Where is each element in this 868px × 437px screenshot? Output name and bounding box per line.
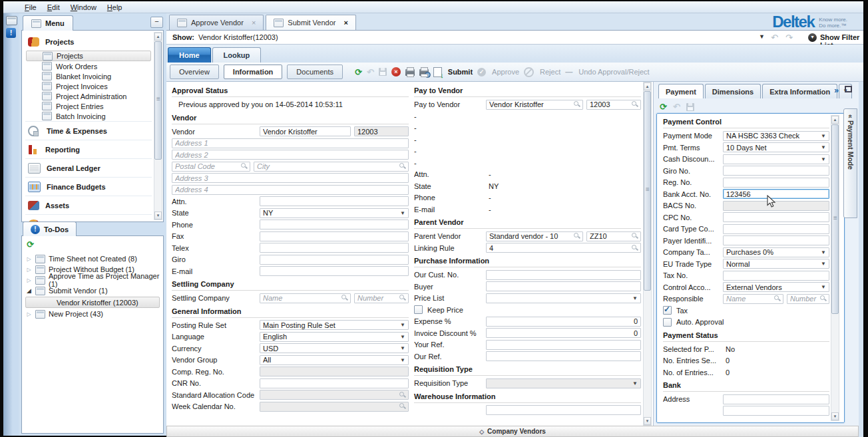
scroll-down-icon[interactable]: ▼ <box>831 412 839 420</box>
show-value[interactable]: Vendor Kristoffer(12003) <box>198 33 278 41</box>
tab-menu[interactable]: Menu <box>23 15 73 31</box>
refresh-icon[interactable]: ⟳ <box>355 68 362 76</box>
card-type-co-input[interactable] <box>723 224 829 234</box>
menu-scrollbar[interactable]: ▲ ▼ <box>154 32 162 220</box>
e-mail-input[interactable] <box>260 266 409 276</box>
expand-arrow-icon[interactable]: ▷ <box>26 277 32 283</box>
todo-child-vendor-kristoffer-12003[interactable]: Vendor Kristoffer (12003) <box>25 297 160 308</box>
undo-icon[interactable]: ↶ <box>367 68 374 76</box>
menu-group-assets[interactable]: Assets <box>25 196 152 214</box>
buyer-input[interactable] <box>486 281 641 291</box>
state-select[interactable]: NY▼ <box>260 208 409 218</box>
save-icon[interactable] <box>686 103 694 111</box>
our-ref-input[interactable] <box>486 351 641 361</box>
cnr-no-input[interactable] <box>260 378 409 388</box>
expand-panel-icon[interactable]: » <box>834 86 839 95</box>
menu-help[interactable]: Help <box>102 3 128 12</box>
fax-input[interactable] <box>260 231 409 241</box>
menu-item-work-orders[interactable]: Work Orders <box>26 61 151 71</box>
menu-group-time-expenses[interactable]: Time & Expenses <box>25 121 152 140</box>
menu-item-blanket-invoicing[interactable]: Blanket Invoicing <box>26 71 151 81</box>
todo-item-time-sheet-not-created-8[interactable]: ▷Time Sheet not Created (8) <box>24 253 161 264</box>
tax-checkbox[interactable] <box>663 306 672 315</box>
scroll-thumb[interactable] <box>154 41 162 160</box>
posting-rule-set-select[interactable]: Main Posting Rule Set▼ <box>260 320 409 330</box>
company-vendors-bar[interactable]: ◇ Company Vendors <box>166 426 859 437</box>
tab-extra-information[interactable]: Extra Information <box>762 84 837 98</box>
settling-company-input[interactable]: Name <box>260 293 351 303</box>
city-input[interactable]: City <box>254 162 409 172</box>
scroll-down-icon[interactable]: ▼ <box>154 212 162 219</box>
menu-item-projects[interactable]: Projects <box>26 51 151 61</box>
maximize-panel-icon[interactable] <box>845 86 852 92</box>
back-arrow-icon[interactable]: ↶ <box>771 33 778 43</box>
tab-payment[interactable]: Payment <box>658 84 704 98</box>
refresh-icon[interactable]: ⟳ <box>24 239 34 253</box>
tab-lookup[interactable]: Lookup <box>212 47 262 63</box>
menu-window[interactable]: Window <box>65 3 102 12</box>
phone-input[interactable] <box>260 219 409 229</box>
print-icon[interactable] <box>405 69 415 76</box>
auto-approval-checkbox[interactable] <box>663 318 672 327</box>
vendor-input[interactable]: Vendor Kristoffer <box>260 126 351 136</box>
refresh-icon[interactable]: ⟳ <box>660 102 667 111</box>
company-ta-select[interactable]: Purchases 0%▼ <box>723 247 829 257</box>
language-select[interactable]: English▼ <box>260 332 409 342</box>
attn-input[interactable] <box>260 196 409 206</box>
tab-dimensions[interactable]: Dimensions <box>705 84 761 98</box>
postal-code-input[interactable]: Postal Code <box>172 162 250 172</box>
close-icon[interactable]: × <box>343 19 347 27</box>
scroll-thumb[interactable] <box>831 124 839 314</box>
todo-item-new-project-43[interactable]: ▷New Project (43) <box>24 309 161 319</box>
price-list-select[interactable]: ▼ <box>486 293 641 303</box>
address-4-input[interactable]: Address 4 <box>172 185 409 195</box>
parent-vendor-input[interactable]: Standard vendor - 10 <box>486 231 583 241</box>
filter-list-icon[interactable]: ▼ <box>808 33 817 42</box>
menu-group-projects[interactable]: Projects <box>25 33 152 51</box>
tab-home[interactable]: Home <box>168 47 211 63</box>
your-ref-input[interactable] <box>486 340 641 350</box>
panel-scrollbar[interactable]: ▲ ▼ <box>831 115 839 421</box>
collapse-arrow-icon[interactable]: ◢ <box>26 287 32 294</box>
collapsed-payment-mode-tab[interactable]: « Payment Mode <box>843 108 857 218</box>
cash-discoun-select[interactable]: ▼ <box>723 154 829 164</box>
currency-select[interactable]: USD▼ <box>260 343 409 353</box>
vendor-group-select[interactable]: All▼ <box>260 355 409 365</box>
responsible-secondary-input[interactable]: Number <box>787 294 829 304</box>
expand-arrow-icon[interactable]: ▷ <box>26 256 32 262</box>
pay-to-vendor-secondary-input[interactable]: 12003 <box>586 100 641 110</box>
pmt-terms-select[interactable]: 10 Days Net▼ <box>723 142 829 152</box>
eu-trade-type-select[interactable]: Normal▼ <box>723 259 829 269</box>
scroll-up-icon[interactable]: ▲ <box>154 33 162 41</box>
alert-icon[interactable]: ! <box>6 28 16 38</box>
document-tab-approve-vendor[interactable]: Approve Vendor× <box>169 15 264 30</box>
vendor-secondary-input[interactable]: 12003 <box>354 126 409 136</box>
menu-item-project-invoices[interactable]: Project Invoices <box>26 81 151 91</box>
submit-icon[interactable]: ↓ <box>433 67 442 77</box>
giro-no-input[interactable] <box>723 166 829 176</box>
delete-icon[interactable]: × <box>391 67 401 76</box>
document-tab-submit-vendor[interactable]: Submit Vendor× <box>266 15 356 30</box>
input-input[interactable] <box>723 406 829 416</box>
scroll-up-icon[interactable]: ▲ <box>831 116 839 124</box>
bank-acct-no-input[interactable]: 123456 <box>723 189 829 199</box>
todo-item-approve-time-as-project-manager-1[interactable]: ▷Approve Time as Project Manager (1) <box>24 275 161 285</box>
tab-documents[interactable]: Documents <box>287 65 343 79</box>
cpc-no-input[interactable] <box>723 212 829 222</box>
submit-button[interactable]: Submit <box>448 68 473 76</box>
payment-mode-select[interactable]: NA HSBC 3363 Check▼ <box>723 131 829 141</box>
close-icon[interactable]: × <box>252 19 256 27</box>
keep-price-checkbox[interactable] <box>414 305 423 314</box>
address-input[interactable] <box>723 394 829 404</box>
week-calendar-no-input[interactable] <box>260 402 409 412</box>
menu-group-finance-budgets[interactable]: Finance Budgets <box>25 177 152 196</box>
tab-overview[interactable]: Overview <box>170 65 219 79</box>
menu-item-project-entries[interactable]: Project Entries <box>26 101 151 111</box>
input-input[interactable] <box>486 405 641 415</box>
payer-identifi-input[interactable] <box>723 235 829 245</box>
control-acco-select[interactable]: External Vendors▼ <box>723 282 829 292</box>
save-icon[interactable] <box>379 68 387 76</box>
address-3-input[interactable]: Address 3 <box>172 173 409 183</box>
content-scrollbar[interactable]: ▲ ▼ <box>643 82 652 426</box>
responsible-input[interactable]: Name <box>723 294 783 304</box>
